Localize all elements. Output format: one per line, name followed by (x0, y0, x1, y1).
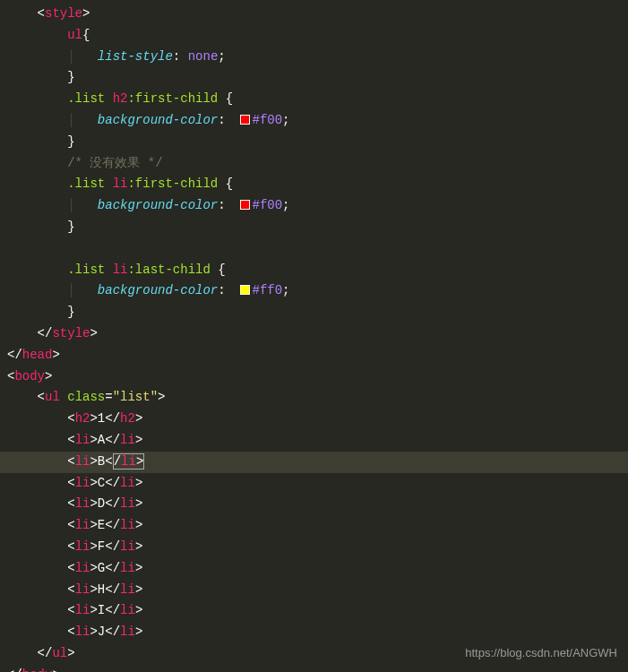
color-swatch-yellow (240, 285, 250, 295)
code-line: <li>E</li> (0, 515, 628, 537)
code-line: } (0, 132, 628, 153)
code-line (0, 238, 628, 260)
code-line: } (0, 67, 628, 89)
code-line: <ul class="list"> (0, 387, 628, 409)
code-line: <li>J</li> (0, 622, 628, 643)
code-line: <li>H</li> (0, 580, 628, 601)
code-line: <body> (0, 366, 628, 388)
code-line: </head> (0, 345, 628, 366)
code-line: } (0, 302, 628, 323)
code-line: .list li:last-child { (0, 260, 628, 281)
code-line: <li>G</li> (0, 558, 628, 580)
code-line: .list h2:first-child { (0, 89, 628, 110)
code-line: /* 没有效果 */ (0, 153, 628, 175)
code-line: <li>F</li> (0, 537, 628, 558)
code-line: <li>B</li> (0, 452, 628, 473)
color-swatch-red (240, 115, 250, 125)
code-line: <li>D</li> (0, 494, 628, 515)
code-line: <li>C</li> (0, 473, 628, 495)
code-line: <h2>1</h2> (0, 409, 628, 430)
code-editor[interactable]: <style> ul{ │ list-style: none; } .list … (0, 0, 628, 672)
color-swatch-red (240, 200, 250, 210)
code-line: <li>A</li> (0, 430, 628, 452)
code-line: <li>I</li> (0, 600, 628, 622)
code-line: │ list-style: none; (0, 47, 628, 68)
code-line: │ background-color: #f00; (0, 110, 628, 132)
code-line: .list li:first-child { (0, 174, 628, 195)
code-line: ul{ (0, 25, 628, 47)
code-line: </body> (0, 665, 628, 672)
code-line: } (0, 217, 628, 238)
watermark: https://blog.csdn.net/ANGWH (465, 643, 617, 663)
code-line: │ background-color: #f00; (0, 195, 628, 217)
code-line: </style> (0, 323, 628, 345)
code-line: │ background-color: #ff0; (0, 280, 628, 302)
code-line: <style> (0, 4, 628, 25)
